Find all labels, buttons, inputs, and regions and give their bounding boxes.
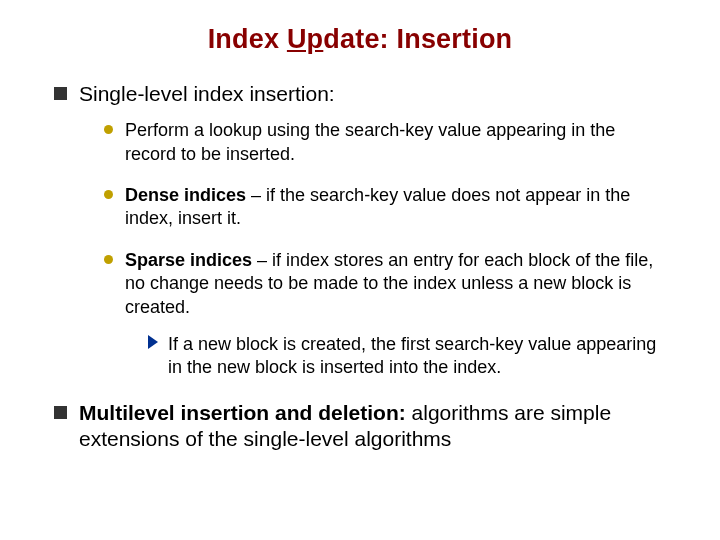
slide: Index Update: Insertion Single-level ind…	[0, 0, 720, 540]
dot-bullet-icon	[104, 255, 113, 264]
level2-text: Sparse indices – if index stores an entr…	[125, 249, 664, 319]
bullet-level2: Dense indices – if the search-key value …	[104, 184, 684, 231]
bullet-level3: If a new block is created, the first sea…	[148, 333, 684, 380]
bullet-level2: Perform a lookup using the search-key va…	[104, 119, 684, 166]
level2-bold: Sparse indices	[125, 250, 252, 270]
dot-bullet-icon	[104, 190, 113, 199]
level3-text: If a new block is created, the first sea…	[168, 333, 666, 380]
slide-title: Index Update: Insertion	[36, 24, 684, 55]
bullet-level1: Multilevel insertion and deletion: algor…	[54, 400, 684, 453]
level2-text: Dense indices – if the search-key value …	[125, 184, 664, 231]
title-pre: Index	[208, 24, 287, 54]
bullet-level1: Single-level index insertion:	[54, 81, 684, 107]
svg-marker-0	[148, 335, 158, 349]
level2-bold: Dense indices	[125, 185, 246, 205]
level2-text: Perform a lookup using the search-key va…	[125, 119, 664, 166]
title-underlined: Up	[287, 24, 323, 54]
square-bullet-icon	[54, 87, 67, 100]
level1-bold: Multilevel insertion and deletion:	[79, 401, 406, 424]
dot-bullet-icon	[104, 125, 113, 134]
level1-text: Single-level index insertion:	[79, 81, 335, 107]
arrow-bullet-icon	[148, 335, 158, 349]
title-post: date: Insertion	[323, 24, 512, 54]
bullet-level2: Sparse indices – if index stores an entr…	[104, 249, 684, 319]
square-bullet-icon	[54, 406, 67, 419]
level1-text: Multilevel insertion and deletion: algor…	[79, 400, 684, 453]
